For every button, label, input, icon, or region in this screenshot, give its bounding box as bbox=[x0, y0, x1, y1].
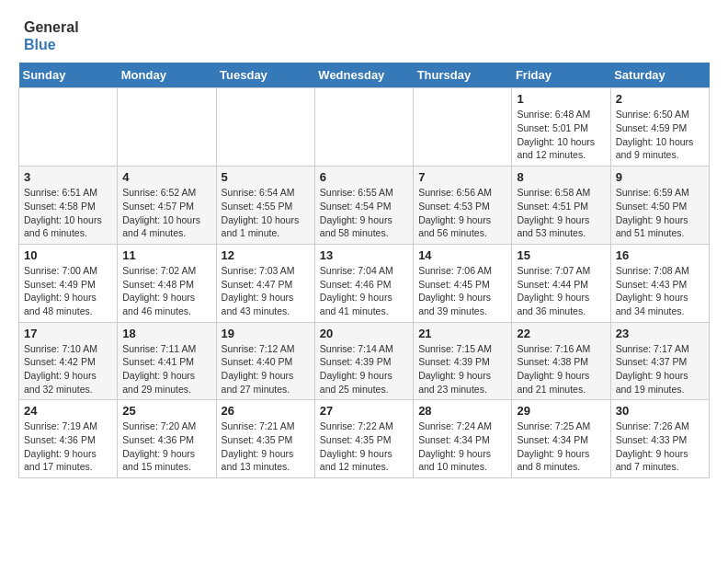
day-cell: 6Sunrise: 6:55 AMSunset: 4:54 PMDaylight… bbox=[314, 167, 413, 245]
day-info: Sunrise: 7:00 AMSunset: 4:49 PMDaylight:… bbox=[24, 264, 112, 318]
week-row-2: 3Sunrise: 6:51 AMSunset: 4:58 PMDaylight… bbox=[19, 167, 710, 245]
day-number: 27 bbox=[320, 404, 408, 418]
day-cell: 26Sunrise: 7:21 AMSunset: 4:35 PMDayligh… bbox=[216, 400, 314, 478]
day-cell: 17Sunrise: 7:10 AMSunset: 4:42 PMDayligh… bbox=[19, 322, 118, 400]
day-cell bbox=[414, 88, 512, 167]
day-cell: 15Sunrise: 7:07 AMSunset: 4:44 PMDayligh… bbox=[512, 244, 610, 322]
calendar-body: 1Sunrise: 6:48 AMSunset: 5:01 PMDaylight… bbox=[19, 88, 710, 478]
day-info: Sunrise: 6:52 AMSunset: 4:57 PMDaylight:… bbox=[122, 186, 210, 240]
weekday-saturday: Saturday bbox=[610, 63, 709, 88]
day-info: Sunrise: 7:12 AMSunset: 4:40 PMDaylight:… bbox=[222, 342, 310, 396]
day-info: Sunrise: 7:03 AMSunset: 4:47 PMDaylight:… bbox=[222, 264, 310, 318]
day-number: 11 bbox=[122, 248, 210, 262]
weekday-header-row: SundayMondayTuesdayWednesdayThursdayFrid… bbox=[19, 63, 710, 88]
day-info: Sunrise: 7:26 AMSunset: 4:33 PMDaylight:… bbox=[616, 419, 704, 474]
day-cell: 9Sunrise: 6:59 AMSunset: 4:50 PMDaylight… bbox=[610, 167, 709, 245]
day-cell: 3Sunrise: 6:51 AMSunset: 4:58 PMDaylight… bbox=[19, 167, 118, 245]
day-info: Sunrise: 6:56 AMSunset: 4:53 PMDaylight:… bbox=[418, 186, 506, 240]
day-cell bbox=[19, 88, 118, 167]
day-cell: 24Sunrise: 7:19 AMSunset: 4:36 PMDayligh… bbox=[19, 400, 118, 478]
day-info: Sunrise: 7:04 AMSunset: 4:46 PMDaylight:… bbox=[320, 264, 408, 318]
day-cell bbox=[314, 88, 413, 167]
day-info: Sunrise: 6:59 AMSunset: 4:50 PMDaylight:… bbox=[616, 186, 704, 240]
day-cell: 2Sunrise: 6:50 AMSunset: 4:59 PMDaylight… bbox=[610, 88, 709, 167]
day-cell: 28Sunrise: 7:24 AMSunset: 4:34 PMDayligh… bbox=[414, 400, 512, 478]
day-number: 4 bbox=[122, 170, 210, 184]
day-cell: 22Sunrise: 7:16 AMSunset: 4:38 PMDayligh… bbox=[512, 322, 610, 400]
day-number: 1 bbox=[517, 92, 605, 106]
weekday-tuesday: Tuesday bbox=[216, 63, 314, 88]
day-number: 29 bbox=[517, 404, 605, 418]
day-info: Sunrise: 7:22 AMSunset: 4:35 PMDaylight:… bbox=[320, 419, 408, 474]
day-info: Sunrise: 6:48 AMSunset: 5:01 PMDaylight:… bbox=[517, 108, 605, 162]
day-number: 3 bbox=[24, 170, 112, 184]
logo-general-text: General bbox=[24, 18, 79, 36]
day-number: 14 bbox=[418, 248, 506, 262]
logo: GeneralBlue bbox=[18, 18, 79, 53]
day-cell: 13Sunrise: 7:04 AMSunset: 4:46 PMDayligh… bbox=[314, 244, 413, 322]
day-cell: 16Sunrise: 7:08 AMSunset: 4:43 PMDayligh… bbox=[610, 244, 709, 322]
day-number: 2 bbox=[616, 92, 704, 106]
day-number: 17 bbox=[24, 327, 112, 340]
day-number: 12 bbox=[222, 248, 310, 262]
day-cell: 8Sunrise: 6:58 AMSunset: 4:51 PMDaylight… bbox=[512, 167, 610, 245]
day-number: 7 bbox=[418, 170, 506, 184]
day-number: 10 bbox=[24, 248, 112, 262]
day-info: Sunrise: 7:08 AMSunset: 4:43 PMDaylight:… bbox=[616, 264, 704, 318]
day-cell: 25Sunrise: 7:20 AMSunset: 4:36 PMDayligh… bbox=[118, 400, 216, 478]
day-number: 6 bbox=[320, 170, 408, 184]
day-info: Sunrise: 7:15 AMSunset: 4:39 PMDaylight:… bbox=[418, 342, 506, 396]
day-number: 13 bbox=[320, 248, 408, 262]
day-number: 25 bbox=[122, 404, 210, 418]
day-info: Sunrise: 7:06 AMSunset: 4:45 PMDaylight:… bbox=[418, 264, 506, 318]
day-info: Sunrise: 6:55 AMSunset: 4:54 PMDaylight:… bbox=[320, 186, 408, 240]
day-number: 26 bbox=[222, 404, 310, 418]
day-number: 18 bbox=[122, 327, 210, 340]
day-info: Sunrise: 7:16 AMSunset: 4:38 PMDaylight:… bbox=[517, 342, 605, 396]
weekday-friday: Friday bbox=[512, 63, 610, 88]
day-cell: 11Sunrise: 7:02 AMSunset: 4:48 PMDayligh… bbox=[118, 244, 216, 322]
day-cell: 12Sunrise: 7:03 AMSunset: 4:47 PMDayligh… bbox=[216, 244, 314, 322]
weekday-wednesday: Wednesday bbox=[314, 63, 413, 88]
week-row-5: 24Sunrise: 7:19 AMSunset: 4:36 PMDayligh… bbox=[19, 400, 710, 478]
day-cell: 5Sunrise: 6:54 AMSunset: 4:55 PMDaylight… bbox=[216, 167, 314, 245]
day-number: 9 bbox=[616, 170, 704, 184]
day-cell: 4Sunrise: 6:52 AMSunset: 4:57 PMDaylight… bbox=[118, 167, 216, 245]
day-cell: 27Sunrise: 7:22 AMSunset: 4:35 PMDayligh… bbox=[314, 400, 413, 478]
day-cell: 29Sunrise: 7:25 AMSunset: 4:34 PMDayligh… bbox=[512, 400, 610, 478]
day-cell bbox=[216, 88, 314, 167]
day-number: 20 bbox=[320, 327, 408, 340]
day-cell: 10Sunrise: 7:00 AMSunset: 4:49 PMDayligh… bbox=[19, 244, 118, 322]
weekday-sunday: Sunday bbox=[19, 63, 118, 88]
day-info: Sunrise: 7:20 AMSunset: 4:36 PMDaylight:… bbox=[122, 419, 210, 474]
day-info: Sunrise: 7:14 AMSunset: 4:39 PMDaylight:… bbox=[320, 342, 408, 396]
day-info: Sunrise: 7:21 AMSunset: 4:35 PMDaylight:… bbox=[222, 419, 310, 474]
page-header: GeneralBlue bbox=[18, 18, 710, 53]
day-info: Sunrise: 7:10 AMSunset: 4:42 PMDaylight:… bbox=[24, 342, 112, 396]
day-info: Sunrise: 7:07 AMSunset: 4:44 PMDaylight:… bbox=[517, 264, 605, 318]
day-info: Sunrise: 7:25 AMSunset: 4:34 PMDaylight:… bbox=[517, 419, 605, 474]
day-info: Sunrise: 7:19 AMSunset: 4:36 PMDaylight:… bbox=[24, 419, 112, 474]
day-cell bbox=[118, 88, 216, 167]
day-number: 28 bbox=[418, 404, 506, 418]
day-cell: 14Sunrise: 7:06 AMSunset: 4:45 PMDayligh… bbox=[414, 244, 512, 322]
day-number: 15 bbox=[517, 248, 605, 262]
weekday-thursday: Thursday bbox=[414, 63, 512, 88]
day-cell: 21Sunrise: 7:15 AMSunset: 4:39 PMDayligh… bbox=[414, 322, 512, 400]
day-number: 30 bbox=[616, 404, 704, 418]
day-info: Sunrise: 6:54 AMSunset: 4:55 PMDaylight:… bbox=[222, 186, 310, 240]
day-number: 16 bbox=[616, 248, 704, 262]
logo-blue-text: Blue bbox=[24, 36, 79, 53]
week-row-1: 1Sunrise: 6:48 AMSunset: 5:01 PMDaylight… bbox=[19, 88, 710, 167]
day-number: 22 bbox=[517, 327, 605, 340]
weekday-monday: Monday bbox=[118, 63, 216, 88]
day-info: Sunrise: 7:24 AMSunset: 4:34 PMDaylight:… bbox=[418, 419, 506, 474]
day-info: Sunrise: 7:11 AMSunset: 4:41 PMDaylight:… bbox=[122, 342, 210, 396]
day-info: Sunrise: 6:51 AMSunset: 4:58 PMDaylight:… bbox=[24, 186, 112, 240]
day-cell: 20Sunrise: 7:14 AMSunset: 4:39 PMDayligh… bbox=[314, 322, 413, 400]
day-info: Sunrise: 6:58 AMSunset: 4:51 PMDaylight:… bbox=[517, 186, 605, 240]
day-number: 24 bbox=[24, 404, 112, 418]
day-info: Sunrise: 7:02 AMSunset: 4:48 PMDaylight:… bbox=[122, 264, 210, 318]
day-number: 8 bbox=[517, 170, 605, 184]
day-number: 23 bbox=[616, 327, 704, 340]
